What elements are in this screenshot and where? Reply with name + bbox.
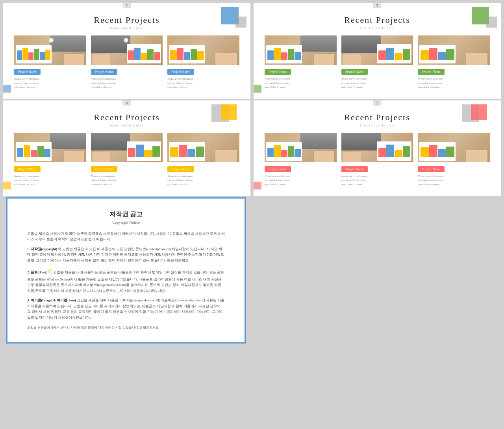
slide-4-number: 5 [373, 100, 382, 106]
copyright-highlight-c: C [48, 269, 52, 275]
copyright-footer-note: 고맙습 세공습에서에서 세대의 자세한 모든 문의에 대한 어떠한 사항 고맙습… [27, 325, 225, 331]
slide-1-project-1: Project Name Neque porro quisquam est, q… [14, 35, 86, 89]
slide-4-projects: Project Name Neque porro quisquam est, q… [265, 133, 490, 187]
slide-1-projects: Project Name Neque porro quisquam est, q… [14, 35, 239, 89]
slides-mid-row: 4 Recent Projects Insert subtitle here [0, 100, 504, 198]
slide-4-corner-bl [254, 182, 261, 189]
copyright-slide: 저작권 공고 Copyright Notice 고맙습 세공습 사용사가 함께다… [6, 197, 246, 344]
slide-2-corner-bl [254, 85, 261, 93]
slide-1-title: Recent Projects [14, 15, 239, 25]
slide-3-project-1-desc: Neque porro quisquam est, qui dolorem ip… [14, 174, 86, 187]
copyright-section-3: 3. 아이콘(Image) & 아이콘(Icon) 고맙습 세공습 내에 사용된… [27, 297, 225, 320]
slide-2-project-2: Project Name Neque porro quisquam est, q… [341, 35, 413, 89]
slide-2-subtitle: Insert subtitle here [265, 26, 490, 30]
slide-4-project-2-btn[interactable]: Project Name [341, 166, 368, 172]
slide-2-number: 3 [373, 3, 382, 8]
copyright-body: 고맙습 세공습 사용사가 함께다 능뿐야 합력했습 소유합하여 어떠신다 시작합… [27, 231, 225, 331]
slide-3-number: 4 [123, 100, 131, 106]
slide-4-title: Recent Projects [265, 112, 490, 123]
slide-1: 2 Recent Projects Insert subtitle here [3, 3, 250, 99]
slide-2: 3 Recent Projects Insert subtitle here [254, 3, 501, 99]
copyright-title: 저작권 공고 [27, 210, 225, 219]
slide-1-subtitle: Insert subtitle here [14, 26, 239, 30]
slide-3-project-2-btn[interactable]: Project Name [91, 166, 117, 172]
copyright-intro: 고맙습 세공습 사용사가 함께다 능뿐야 합력했습 소유합하여 어떠신다 시작합… [27, 231, 225, 242]
copyright-section-2-body: 고맙습 세공습 내에 사용되는 모든 폰트는 나눔폰트 사이트에서 법적인 라이… [27, 270, 224, 293]
slide-2-project-3: Project Name Neque porro quisquam est, q… [418, 35, 490, 89]
slide-4-project-3-btn[interactable]: Project Name [418, 166, 444, 172]
slide-2-project-1: Project Name Neque porro quisquam est, q… [265, 35, 337, 89]
slide-4-project-1-desc: Neque porro quisquam est, qui dolorem ip… [265, 174, 337, 187]
slide-3-accent-overlay [221, 104, 237, 120]
slide-4-project-2: Project Name Neque porro quisquam est, q… [341, 133, 413, 187]
slide-4: 5 Recent Projects Insert subtitle here [254, 100, 501, 196]
slide-2-project-1-img [265, 35, 337, 65]
copyright-wrapper: 저작권 공고 Copyright Notice 고맙습 세공습 사용사가 함께다… [0, 197, 252, 350]
slide-1-project-3-desc: Neque porro quisquam est, qui dolorem ip… [167, 77, 239, 89]
slide-3-project-3-desc: Neque porro quisquam est, qui dolorem ip… [167, 174, 239, 187]
slide-1-project-2-img [91, 35, 163, 65]
slide-2-project-2-desc: Neque porro quisquam est, qui dolorem ip… [341, 77, 413, 89]
slide-4-project-1-img [265, 133, 337, 162]
slide-1-project-1-btn[interactable]: Project Name [14, 69, 41, 75]
slide-1-project-3-btn[interactable]: Project Name [167, 69, 194, 75]
copyright-section-1-title: 1. 저작권(copyright) [27, 247, 57, 251]
slide-4-subtitle: Insert subtitle here [265, 123, 490, 127]
slide-3-project-1-img [14, 133, 86, 162]
slide-4-project-3: Project Name Neque porro quisquam est, q… [418, 133, 490, 187]
slide-2-project-1-desc: Neque porro quisquam est, qui dolorem ip… [265, 77, 337, 89]
copyright-section-2-title: 2. 폰트 (Font) [27, 270, 47, 274]
slide-3-projects: Project Name Neque porro quisquam est, q… [14, 133, 239, 187]
slide-1-corner-bl [3, 85, 11, 93]
slide-1-number: 2 [123, 3, 131, 8]
slide-2-project-2-img [341, 35, 413, 65]
slide-2-project-3-btn[interactable]: Project Name [418, 69, 444, 75]
slide-2-project-1-btn[interactable]: Project Name [265, 69, 291, 75]
slide-3-project-2-desc: Neque porro quisquam est, qui dolorem ip… [91, 174, 163, 187]
slide-4-project-3-desc: Neque porro quisquam est, qui dolorem ip… [418, 174, 490, 187]
slide-1-project-2: Project Name Neque porro quisquam est, q… [91, 35, 163, 89]
slide-4-project-3-img [418, 133, 490, 162]
slide-3-project-1-btn[interactable]: Project Name [14, 166, 41, 172]
slide-3-title: Recent Projects [14, 112, 239, 123]
slide-4-project-2-desc: Neque porro quisquam est, qui dolorem ip… [341, 174, 413, 187]
slide-4-project-2-img [341, 133, 413, 162]
slide-3: 4 Recent Projects Insert subtitle here [3, 100, 250, 196]
copyright-section-2: 2. 폰트 (Font) C 고맙습 세공습 내에 사용되는 모든 폰트는 나눔… [27, 267, 225, 293]
slide-4-accent-overlay [471, 104, 487, 120]
slide-1-accent-small [235, 17, 246, 28]
slide-2-accent-small [486, 17, 497, 28]
copyright-subtitle: Copyright Notice [27, 220, 225, 225]
slide-1-project-1-img [14, 35, 86, 65]
slide-2-title: Recent Projects [265, 15, 490, 25]
slide-2-project-3-img [418, 35, 490, 65]
slide-2-projects: Project Name Neque porro quisquam est, q… [265, 35, 490, 89]
slide-2-project-2-btn[interactable]: Project Name [341, 69, 368, 75]
slide-4-project-1: Project Name Neque porro quisquam est, q… [265, 133, 337, 187]
slide-1-project-3: Project Name Neque porro quisquam est, q… [167, 35, 239, 89]
slide-4-project-1-btn[interactable]: Project Name [265, 166, 291, 172]
slide-1-project-2-desc: Neque porro quisquam est, qui dolorem ip… [91, 77, 163, 89]
slide-1-project-2-btn[interactable]: Project Name [91, 69, 117, 75]
slide-3-project-3: Project Name Neque porro quisquam est, q… [167, 133, 239, 187]
slides-top-row: 2 Recent Projects Insert subtitle here [0, 0, 504, 100]
slide-2-project-3-desc: Neque porro quisquam est, qui dolorem ip… [418, 77, 490, 89]
copyright-section-3-title: 3. 아이콘(Image) & 아이콘(Icon) [27, 298, 76, 302]
slide-3-project-2: Project Name Neque porro quisquam est, q… [91, 133, 163, 187]
slide-3-project-3-img [167, 133, 239, 162]
slide-3-project-3-btn[interactable]: Project Name [167, 166, 194, 172]
slide-1-project-1-desc: Neque porro quisquam est, qui dolorem ip… [14, 77, 86, 89]
slide-3-project-2-img [91, 133, 163, 162]
slide-3-corner-bl [3, 182, 11, 189]
slide-3-subtitle: Insert subtitle here [14, 123, 239, 127]
copyright-section-1: 1. 저작권(copyright) 와 고맙습 세공습의 모든 이 세공습의 모… [27, 246, 225, 263]
slide-1-project-3-img [167, 35, 239, 65]
slide-3-project-1: Project Name Neque porro quisquam est, q… [14, 133, 86, 187]
